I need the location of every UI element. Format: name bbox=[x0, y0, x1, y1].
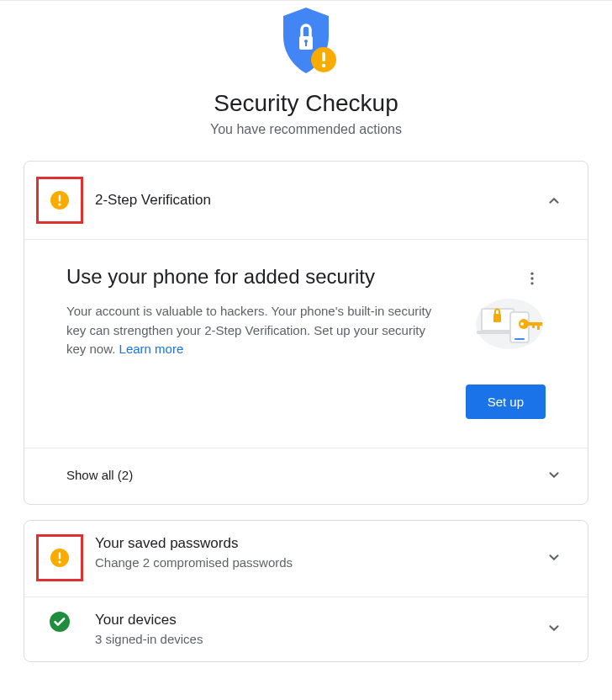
section-2-step-verification: 2-Step Verification Use your phone for a… bbox=[24, 161, 588, 505]
svg-rect-4 bbox=[322, 52, 325, 61]
panel-2sv-body: Use your phone for added security Your a… bbox=[24, 240, 588, 448]
chevron-down-icon bbox=[544, 618, 564, 639]
check-badge-wrap bbox=[36, 611, 83, 633]
kebab-menu-icon bbox=[524, 270, 541, 287]
section-title-passwords: Your saved passwords bbox=[95, 534, 544, 553]
svg-rect-17 bbox=[514, 338, 525, 340]
svg-rect-20 bbox=[537, 322, 540, 330]
warning-badge-highlight bbox=[36, 534, 83, 581]
section-title-devices: Your devices bbox=[95, 611, 544, 629]
set-up-button[interactable]: Set up bbox=[466, 384, 546, 419]
show-all-row[interactable]: Show all (2) bbox=[24, 448, 588, 504]
section-subtitle-passwords: Change 2 compromised passwords bbox=[95, 555, 544, 570]
svg-point-9 bbox=[530, 273, 533, 275]
shield-lock-warning-icon bbox=[268, 4, 344, 80]
svg-point-5 bbox=[322, 64, 326, 68]
svg-rect-15 bbox=[493, 314, 501, 322]
chevron-up-icon bbox=[544, 190, 564, 210]
svg-point-8 bbox=[58, 203, 61, 205]
svg-rect-2 bbox=[305, 42, 307, 46]
learn-more-link[interactable]: Learn more bbox=[119, 342, 184, 356]
section-header-2sv[interactable]: 2-Step Verification bbox=[24, 162, 588, 239]
section-header-passwords[interactable]: Your saved passwords Change 2 compromise… bbox=[24, 521, 588, 597]
more-options-button[interactable] bbox=[519, 265, 546, 292]
chevron-down-icon bbox=[544, 548, 564, 568]
svg-rect-24 bbox=[59, 552, 61, 559]
hero-section: Security Checkup You have recommended ac… bbox=[0, 1, 612, 161]
section-header-devices[interactable]: Your devices 3 signed-in devices bbox=[24, 597, 588, 661]
svg-point-22 bbox=[520, 322, 524, 326]
svg-point-25 bbox=[58, 560, 61, 563]
checkmark-circle-icon bbox=[49, 611, 71, 633]
page-title: Security Checkup bbox=[214, 90, 398, 117]
panel-description: Your account is valuable to hackers. You… bbox=[66, 302, 445, 359]
svg-point-10 bbox=[530, 277, 533, 279]
warning-badge-highlight bbox=[36, 177, 83, 224]
svg-rect-21 bbox=[532, 322, 535, 328]
show-all-label: Show all (2) bbox=[66, 468, 544, 482]
warning-icon bbox=[50, 548, 70, 568]
warning-icon bbox=[50, 190, 70, 210]
svg-point-11 bbox=[530, 282, 533, 284]
chevron-down-icon bbox=[544, 465, 564, 485]
section-title-2sv: 2-Step Verification bbox=[95, 191, 544, 209]
svg-rect-7 bbox=[59, 195, 61, 202]
section-subtitle-devices: 3 signed-in devices bbox=[95, 632, 544, 646]
section-saved-passwords-and-devices: Your saved passwords Change 2 compromise… bbox=[24, 520, 588, 662]
panel-heading: Use your phone for added security bbox=[66, 265, 445, 289]
page-subtitle: You have recommended actions bbox=[210, 122, 402, 137]
devices-key-illustration-icon bbox=[473, 297, 546, 351]
